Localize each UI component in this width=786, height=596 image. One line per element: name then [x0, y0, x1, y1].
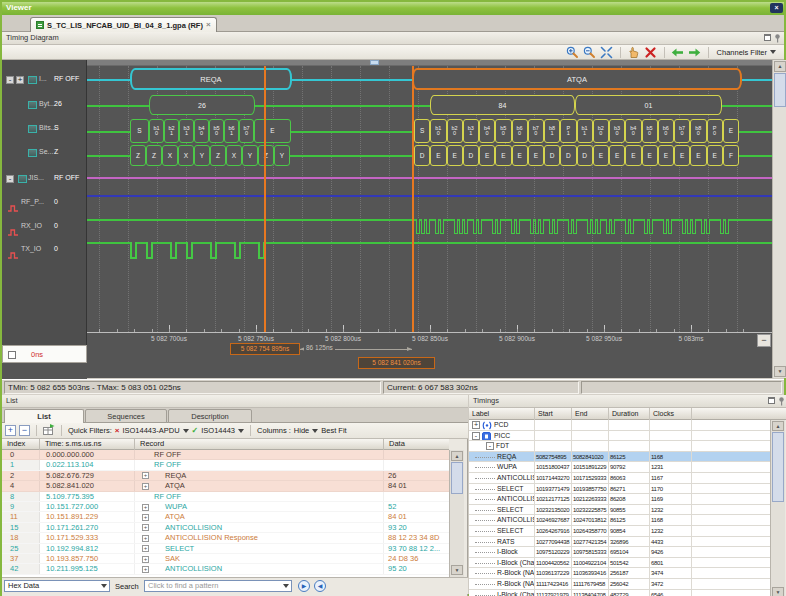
- collapse-toggle[interactable]: -: [472, 432, 480, 440]
- byte-box[interactable]: 26: [149, 95, 255, 115]
- timings-row[interactable]: WUPA1015180043710151891229907921231: [469, 462, 770, 473]
- zoom-in-icon[interactable]: [566, 46, 580, 59]
- list-row[interactable]: 1510.171.261.270+ANTICOLLISION93 20: [2, 523, 449, 533]
- timings-row[interactable]: I-Block10975120229109758153336951049426: [469, 547, 770, 558]
- collapse-toggle[interactable]: -: [486, 442, 494, 450]
- timings-vertical-scrollbar[interactable]: ▲ ▼: [770, 420, 785, 596]
- list-row[interactable]: 00.000.000.000RF OFF: [2, 450, 449, 460]
- frame-reqa[interactable]: REQA: [130, 68, 292, 90]
- chevron-down-icon[interactable]: [238, 429, 244, 433]
- column-label[interactable]: Label: [469, 408, 535, 420]
- timings-row[interactable]: SELECT1023213502010232225875908551232: [469, 505, 770, 516]
- pin-icon[interactable]: [778, 397, 785, 406]
- zoom-out-icon[interactable]: [583, 46, 597, 59]
- column-index[interactable]: Index: [2, 439, 40, 450]
- scroll-up-icon[interactable]: ▲: [772, 421, 784, 431]
- timings-row[interactable]: SELECT1026426791610264358770908541232: [469, 526, 770, 537]
- data-format-select[interactable]: Hex Data: [4, 580, 110, 592]
- column-record[interactable]: Record: [135, 439, 384, 450]
- collapse-toggle[interactable]: -: [6, 76, 14, 84]
- cursor1-time-label[interactable]: 5 082 754 895ns: [230, 343, 300, 355]
- cursor2-time-label[interactable]: 5 082 841 020ns: [358, 357, 435, 369]
- filter-apdu-dropdown[interactable]: ISO14443-APDU: [122, 426, 179, 435]
- column-time[interactable]: Time: s.ms.us.ns: [40, 439, 135, 450]
- export-icon[interactable]: [43, 424, 55, 437]
- scroll-up-icon[interactable]: ▲: [451, 451, 463, 461]
- channel-row-bits[interactable]: Bits...S: [2, 123, 87, 137]
- zero-checkbox[interactable]: [8, 351, 16, 359]
- timings-row[interactable]: -FDT: [469, 441, 770, 452]
- byte-box[interactable]: 84: [430, 95, 575, 115]
- float-panel-icon[interactable]: [768, 397, 775, 404]
- close-icon[interactable]: ×: [770, 3, 783, 13]
- best-fit-button[interactable]: Best Fit: [321, 426, 346, 435]
- list-row[interactable]: 3710.193.857.750+SAK24 D8 36: [2, 554, 449, 564]
- search-next-button[interactable]: ▶: [298, 580, 310, 592]
- scroll-up-icon[interactable]: ▲: [774, 61, 786, 72]
- float-panel-icon[interactable]: [764, 34, 771, 41]
- column-start[interactable]: Start: [535, 408, 572, 420]
- scroll-down-icon[interactable]: ▼: [774, 366, 786, 377]
- search-input[interactable]: Click to find a pattern: [144, 580, 292, 592]
- channels-filter-dropdown[interactable]: Channels Filter: [715, 48, 778, 57]
- cursor-2[interactable]: [412, 66, 414, 332]
- list-row[interactable]: 10.022.113.104RF OFF: [2, 460, 449, 470]
- channel-row-rf_p[interactable]: RF_P...0: [2, 197, 87, 211]
- chevron-down-icon[interactable]: [312, 429, 318, 433]
- vertical-scrollbar[interactable]: ▲ ▼: [772, 60, 786, 378]
- tab-list[interactable]: List: [4, 409, 84, 424]
- document-tab[interactable]: S_TC_LIS_NFCAB_UID_BI_04_8_1.gpa (RF) ×: [30, 17, 217, 32]
- collapse-toggle[interactable]: -: [6, 175, 14, 183]
- pin-icon[interactable]: [774, 34, 781, 43]
- channel-row-jis[interactable]: -JIS...RF OFF: [2, 173, 87, 187]
- channel-row-rx_io[interactable]: RX_IO0: [2, 221, 87, 235]
- timings-row[interactable]: REQA50827548955082841020861251168: [469, 452, 770, 463]
- channel-row-byt[interactable]: Byt...26: [2, 99, 87, 113]
- column-clocks[interactable]: Clocks: [650, 408, 692, 420]
- timings-row[interactable]: R-Block (NAK)110361372291103639341625618…: [469, 568, 770, 579]
- timings-row[interactable]: ANTICOLLISIO1017144327010171529333860631…: [469, 473, 770, 484]
- zoom-fit-icon[interactable]: [600, 46, 614, 59]
- timings-row[interactable]: SELECT1019377147910193857750862711170: [469, 484, 770, 495]
- channel-row-tx_io[interactable]: TX_IO0: [2, 244, 87, 258]
- scrollbar-thumb[interactable]: [370, 60, 379, 65]
- window-titlebar[interactable]: Viewer ×: [2, 2, 784, 15]
- arrow-right-icon[interactable]: [688, 46, 702, 59]
- list-vertical-scrollbar[interactable]: ▲ ▼: [449, 450, 464, 577]
- list-row[interactable]: 1110.151.891.229+ATQA84 01: [2, 512, 449, 522]
- column-data[interactable]: Data: [384, 439, 449, 450]
- expand-toggle[interactable]: +: [16, 76, 24, 84]
- list-row[interactable]: 1810.171.529.333+ANTICOLLISION Response8…: [2, 533, 449, 543]
- expand-toggle[interactable]: +: [472, 421, 480, 429]
- cursor-1[interactable]: [264, 66, 266, 332]
- chevron-down-icon[interactable]: [183, 429, 189, 433]
- tab-description[interactable]: Description: [168, 409, 252, 423]
- hand-icon[interactable]: [627, 46, 641, 59]
- scrollbar-thumb[interactable]: [451, 462, 463, 494]
- tab-sequences[interactable]: Sequences: [85, 409, 167, 423]
- filter-iso-dropdown[interactable]: ISO14443: [201, 426, 235, 435]
- column-end[interactable]: End: [572, 408, 609, 420]
- list-row[interactable]: 4210.211.995.125+ANTICOLLISION95 20: [2, 564, 449, 574]
- timings-row[interactable]: ANTICOLLISIO1024692768710247013812861251…: [469, 515, 770, 526]
- timings-row[interactable]: I-Block (Chain11004420562110049221045015…: [469, 558, 770, 569]
- expand-all-icon[interactable]: +: [5, 425, 16, 436]
- hide-columns-dropdown[interactable]: Hide: [294, 426, 309, 435]
- scrollbar-thumb[interactable]: [772, 432, 784, 502]
- scrollbar-thumb[interactable]: [774, 73, 786, 107]
- column-duration[interactable]: Duration: [609, 408, 650, 420]
- list-row[interactable]: 2510.192.994.812+SELECT93 70 88 12 2...: [2, 544, 449, 554]
- channel-row-i[interactable]: -+I...RF OFF: [2, 74, 87, 88]
- timings-row[interactable]: RATS10277094438102774213543268964433: [469, 537, 770, 548]
- search-prev-button[interactable]: ◀: [314, 580, 326, 592]
- list-row[interactable]: 45.082.841.020+ATQA84 01: [2, 481, 449, 491]
- timings-row[interactable]: -PICC: [469, 431, 770, 442]
- scroll-down-icon[interactable]: ▼: [772, 587, 784, 596]
- list-row[interactable]: 910.151.727.000+WUPA52: [2, 502, 449, 512]
- list-row[interactable]: 85.109.775.395RF OFF: [2, 492, 449, 502]
- delete-icon[interactable]: [644, 46, 658, 59]
- frame-atqa[interactable]: ATQA: [412, 68, 742, 90]
- scroll-down-icon[interactable]: ▼: [451, 565, 463, 575]
- collapse-axis-button[interactable]: −: [757, 334, 771, 347]
- timings-row[interactable]: +PCD: [469, 420, 770, 431]
